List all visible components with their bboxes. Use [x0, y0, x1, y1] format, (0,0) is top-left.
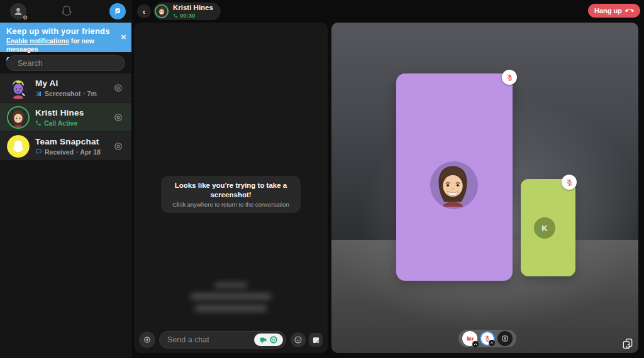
screenshot-toast: Looks like you're trying to take a scree…	[161, 176, 301, 213]
chat-list: My AI Screenshot · 7m	[0, 73, 131, 160]
camera-icon[interactable]	[113, 141, 124, 152]
chat-status: Screenshot · 7m	[35, 90, 113, 97]
close-icon[interactable]: ✕	[121, 33, 126, 41]
chevron-up-icon[interactable]	[489, 340, 495, 346]
chat-input-bar	[134, 330, 328, 351]
message-input[interactable]	[167, 335, 254, 344]
memories-icon	[312, 336, 320, 344]
camera-icon	[143, 335, 152, 344]
camera-icon[interactable]	[113, 112, 124, 123]
chat-row-my-ai[interactable]: My AI Screenshot · 7m	[0, 73, 131, 102]
chat-status: Call Active	[35, 119, 113, 127]
new-chat-button[interactable]	[109, 3, 126, 19]
participant-initial-avatar: K	[534, 217, 555, 239]
conversation-header[interactable]: Kristi Hines 00:30	[153, 3, 221, 20]
phone-icon	[173, 13, 178, 18]
call-controls	[458, 330, 516, 347]
search-bar[interactable]	[6, 55, 125, 71]
popout-icon	[621, 337, 634, 350]
phone-icon	[35, 120, 42, 126]
cameo-preview-pill[interactable]	[254, 334, 283, 346]
notifications-banner: Keep up with your friends Enable notific…	[0, 23, 131, 52]
participant-card-kristi[interactable]	[396, 73, 513, 281]
camera-button[interactable]	[139, 332, 155, 348]
my-ai-avatar	[7, 77, 30, 99]
search-icon	[13, 60, 14, 67]
gallery-button[interactable]	[309, 333, 323, 347]
snapchat-ghost-icon	[60, 4, 74, 18]
chat-name: Kristi Hines	[35, 108, 113, 117]
participant-card-k[interactable]: K	[521, 179, 575, 276]
emoji-button[interactable]	[291, 332, 306, 347]
mic-off-button[interactable]	[480, 331, 495, 346]
mic-muted-icon	[506, 73, 514, 82]
call-end-icon	[625, 6, 634, 15]
smiley-icon	[294, 335, 303, 344]
camera-off-button[interactable]	[462, 331, 477, 346]
screenshot-icon	[35, 90, 42, 97]
video-call-stage[interactable]: K	[331, 23, 638, 353]
call-timer: 00:30	[173, 13, 213, 19]
cameo-face-icon	[269, 335, 278, 344]
kristi-avatar-small	[155, 4, 169, 18]
snapchat-web-app: ⚙ Keep up with your friends Enable notif…	[0, 0, 644, 358]
chat-row-kristi-hines[interactable]: Kristi Hines Call Active	[0, 102, 131, 131]
team-snapchat-avatar	[7, 135, 30, 158]
message-input-wrap[interactable]	[159, 331, 286, 349]
sidebar: ⚙ Keep up with your friends Enable notif…	[0, 0, 131, 358]
camera-icon[interactable]	[113, 82, 124, 94]
hang-up-button[interactable]: Hang up	[588, 4, 640, 18]
sidebar-header: ⚙	[0, 0, 131, 23]
chat-status: Received · Apr 18	[35, 148, 113, 156]
gear-icon: ⚙	[23, 15, 28, 21]
k-muted-badge	[562, 175, 577, 190]
profile-button[interactable]: ⚙	[10, 3, 26, 19]
kristi-bitmoji	[430, 161, 478, 209]
chat-name: Team Snapchat	[35, 137, 113, 146]
received-chat-icon	[35, 148, 42, 155]
blurred-message	[134, 279, 328, 312]
popout-button[interactable]	[619, 335, 636, 352]
back-button[interactable]: ‹	[137, 4, 151, 18]
search-input[interactable]	[18, 59, 119, 68]
chat-row-team-snapchat[interactable]: Team Snapchat Received · Apr 18	[0, 131, 131, 160]
mic-muted-icon	[565, 178, 574, 187]
chat-name: My AI	[35, 79, 113, 88]
banner-title: Keep up with your friends	[6, 26, 115, 36]
chevron-up-icon[interactable]	[472, 341, 479, 347]
cameo-cam-icon	[259, 336, 267, 344]
share-button[interactable]	[497, 331, 513, 346]
chat-panel[interactable]: Looks like you're trying to take a scree…	[134, 23, 328, 353]
toast-title: Looks like you're trying to take a scree…	[167, 181, 294, 200]
toast-subtitle: Click anywhere to return to the conversa…	[167, 201, 294, 208]
banner-text: Enable notifications for new messages	[6, 37, 115, 53]
compose-icon	[113, 7, 122, 16]
arrow-up-icon	[501, 334, 509, 343]
kristi-muted-badge	[502, 70, 517, 85]
kristi-avatar	[7, 106, 30, 129]
enable-notifications-link[interactable]: Enable notifications	[6, 37, 69, 45]
conversation-title: Kristi Hines	[173, 4, 213, 12]
